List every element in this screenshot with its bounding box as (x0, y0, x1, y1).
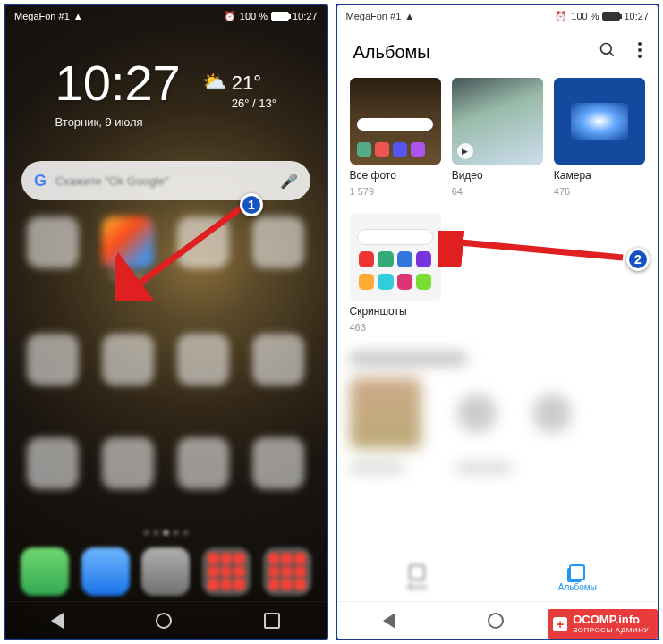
nav-recent-button[interactable] (264, 613, 280, 629)
dock-folder-2[interactable] (263, 547, 311, 596)
album-screenshots-count: 463 (350, 322, 441, 333)
settings-app-icon[interactable] (141, 547, 190, 596)
carrier-label: MegaFon #1 (14, 11, 70, 21)
nav-home-button[interactable] (156, 613, 172, 629)
status-bar-right: MegaFon #1 ▲ ⏰ 100 % 10:27 (337, 5, 659, 27)
tab-albums-label: Альбомы (558, 582, 597, 592)
annotation-marker-2: 2 (626, 248, 650, 271)
svg-point-2 (638, 42, 642, 46)
status-time: 10:27 (293, 11, 318, 21)
album-all-name: Все фото (350, 169, 441, 182)
nav-back-button[interactable] (51, 613, 64, 629)
google-search-bar[interactable]: G 🎤 (21, 161, 310, 200)
album-video-count: 64 (452, 186, 543, 197)
tab-photos-label: Фото (407, 582, 428, 592)
app-blur-5[interactable] (102, 334, 154, 386)
play-icon: ▶ (457, 143, 473, 159)
weather-temp-range: 26° / 13° (232, 97, 276, 112)
album-camera[interactable]: Камера 476 (554, 78, 645, 197)
app-blur-1[interactable] (27, 216, 79, 268)
app-blur-9[interactable] (102, 437, 154, 489)
phone-gallery-screen: MegaFon #1 ▲ ⏰ 100 % 10:27 Альбомы Все ф… (336, 4, 660, 640)
messages-app-icon[interactable] (81, 547, 130, 596)
app-blur-10[interactable] (177, 437, 229, 489)
app-blur-6[interactable] (177, 334, 229, 386)
album-camera-thumb (554, 78, 645, 165)
album-screenshots-name: Скриншоты (350, 305, 441, 318)
album-screenshots-thumb (350, 213, 441, 300)
status-bar: MegaFon #1 ▲ ⏰ 100 % 10:27 (5, 5, 327, 27)
album-video[interactable]: ▶ Видео 64 (452, 78, 543, 197)
album-screenshots[interactable]: Скриншоты 463 (350, 213, 441, 332)
album-camera-count: 476 (554, 186, 645, 197)
weather-widget[interactable]: ⛅ 21° 26° / 13° (202, 71, 276, 111)
dock-folder-1[interactable] (202, 547, 251, 596)
app-blur-2[interactable] (177, 216, 229, 268)
tab-photos[interactable]: Фото (337, 555, 497, 601)
watermark: OCOMP.info ВОПРОСЫ АДМИНУ (548, 609, 658, 639)
clock-weather-widget[interactable]: 10:27 Вторник, 9 июля ⛅ 21° 26° / 13° (5, 54, 327, 129)
album-video-name: Видео (452, 169, 543, 182)
clock-time: 10:27 (55, 54, 181, 112)
carrier-label: MegaFon #1 (346, 11, 402, 21)
alarm-icon: ⏰ (555, 11, 567, 22)
other-albums-blurred (337, 336, 659, 503)
weather-icon: ⛅ (202, 71, 226, 94)
battery-icon (602, 12, 620, 21)
battery-icon (271, 12, 289, 21)
annotation-marker-1: 1 (240, 193, 263, 216)
phone-app-icon[interactable] (21, 547, 69, 596)
svg-point-4 (638, 55, 642, 58)
albums-grid: Все фото 1 579 ▶ Видео 64 Камера 476 Скр… (337, 74, 659, 336)
dock (5, 540, 327, 601)
gallery-app-label: Галерея (111, 272, 145, 282)
android-nav-bar (5, 601, 327, 639)
albums-tab-icon (569, 564, 585, 580)
album-video-thumb: ▶ (452, 78, 543, 165)
phone-home-screen: MegaFon #1 ▲ ⏰ 100 % 10:27 10:27 Вторник… (4, 4, 328, 640)
app-blur-11[interactable] (252, 437, 304, 489)
more-icon[interactable] (638, 41, 642, 64)
clock-date: Вторник, 9 июля (55, 115, 181, 129)
page-indicator (5, 525, 327, 540)
album-all-count: 1 579 (350, 186, 441, 197)
app-blur-8[interactable] (27, 437, 79, 489)
svg-point-0 (601, 44, 612, 55)
google-icon: G (34, 172, 47, 191)
watermark-sub: ВОПРОСЫ АДМИНУ (573, 627, 649, 634)
alarm-icon: ⏰ (224, 11, 236, 22)
home-apps-grid: Галерея (5, 200, 327, 525)
search-icon[interactable] (599, 41, 616, 64)
search-input[interactable] (55, 174, 270, 188)
nav-home-button[interactable] (488, 613, 504, 629)
svg-point-3 (638, 48, 642, 52)
photos-tab-icon (409, 564, 425, 580)
album-all-thumb (350, 78, 441, 165)
app-blur-4[interactable] (27, 334, 79, 386)
battery-label: 100 % (571, 11, 599, 21)
status-time: 10:27 (624, 11, 649, 21)
gallery-bottom-tabs: Фото Альбомы (337, 555, 659, 601)
mic-icon[interactable]: 🎤 (280, 173, 298, 190)
weather-temp-main: 21° (232, 71, 276, 97)
gallery-title: Альбомы (353, 42, 430, 63)
nav-back-button[interactable] (383, 613, 395, 629)
watermark-main: OCOMP.info (573, 614, 649, 625)
gallery-header: Альбомы (337, 27, 659, 74)
album-all-photos[interactable]: Все фото 1 579 (350, 78, 441, 197)
app-blur-3[interactable] (252, 216, 304, 268)
album-camera-name: Камера (554, 169, 645, 182)
battery-label: 100 % (240, 11, 268, 21)
gallery-app-icon[interactable] (102, 216, 154, 268)
tab-albums[interactable]: Альбомы (497, 555, 658, 601)
wifi-icon: ▲ (404, 11, 414, 21)
svg-line-1 (610, 53, 614, 56)
wifi-icon: ▲ (73, 11, 83, 21)
app-blur-7[interactable] (252, 334, 304, 386)
